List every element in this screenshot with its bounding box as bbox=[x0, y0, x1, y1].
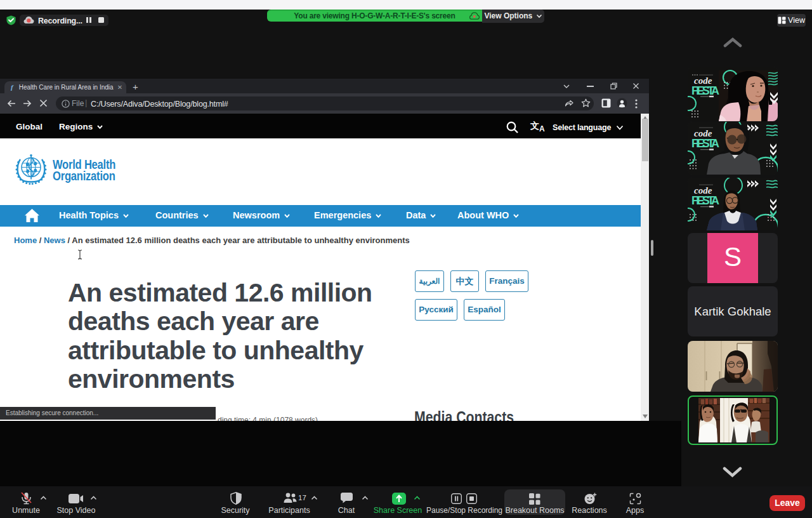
svg-text:FIESTA: FIESTA bbox=[691, 137, 719, 150]
svg-text:FIESTA: FIESTA bbox=[691, 194, 719, 207]
svg-text:FIESTA: FIESTA bbox=[691, 84, 719, 97]
